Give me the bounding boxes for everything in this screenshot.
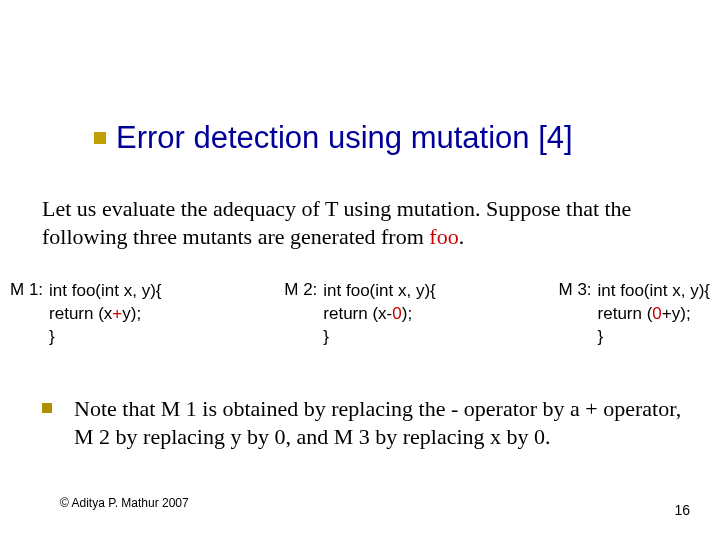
slide: Error detection using mutation [4] Let u… (0, 0, 720, 540)
mutant-code-m1: int foo(int x, y){ return (x+y); } (49, 280, 161, 349)
mutant-code-m2: int foo(int x, y){ return (x-0); } (323, 280, 435, 349)
m3-close: } (598, 327, 604, 346)
title-row: Error detection using mutation [4] (94, 120, 573, 156)
note-text: Note that M 1 is obtained by replacing t… (74, 395, 695, 451)
footer-copyright: © Aditya P. Mathur 2007 (60, 496, 189, 510)
mutant-m3: M 3: int foo(int x, y){ return (0+y); } (559, 280, 711, 349)
mutant-label-m3: M 3: (559, 280, 592, 300)
footer-page-number: 16 (674, 502, 690, 518)
m2-ret-pre: return (x- (323, 304, 392, 323)
m3-ret-pre: return ( (598, 304, 653, 323)
mutant-code-m3: int foo(int x, y){ return (0+y); } (598, 280, 710, 349)
mutant-m2: M 2: int foo(int x, y){ return (x-0); } (284, 280, 436, 349)
mutants-row: M 1: int foo(int x, y){ return (x+y); } … (10, 280, 710, 349)
slide-title: Error detection using mutation [4] (116, 120, 573, 156)
m2-sig: int foo(int x, y){ (323, 281, 435, 300)
m1-ret-post: y); (122, 304, 141, 323)
m2-op: 0 (392, 304, 401, 323)
m3-op: 0 (652, 304, 661, 323)
intro-text: Let us evaluate the adequacy of T using … (42, 195, 680, 250)
m1-close: } (49, 327, 55, 346)
mutant-label-m1: M 1: (10, 280, 43, 300)
intro-post: . (459, 224, 465, 249)
note-row: Note that M 1 is obtained by replacing t… (42, 395, 695, 451)
title-bullet-icon (94, 132, 106, 144)
mutant-m1: M 1: int foo(int x, y){ return (x+y); } (10, 280, 162, 349)
m2-ret-post: ); (402, 304, 412, 323)
m1-sig: int foo(int x, y){ (49, 281, 161, 300)
intro-foo: foo (429, 224, 458, 249)
m1-op: + (112, 304, 122, 323)
m3-ret-post: +y); (662, 304, 691, 323)
m2-close: } (323, 327, 329, 346)
mutant-label-m2: M 2: (284, 280, 317, 300)
intro-pre: Let us evaluate the adequacy of T using … (42, 196, 631, 249)
note-bullet-icon (42, 403, 52, 413)
m3-sig: int foo(int x, y){ (598, 281, 710, 300)
m1-ret-pre: return (x (49, 304, 112, 323)
